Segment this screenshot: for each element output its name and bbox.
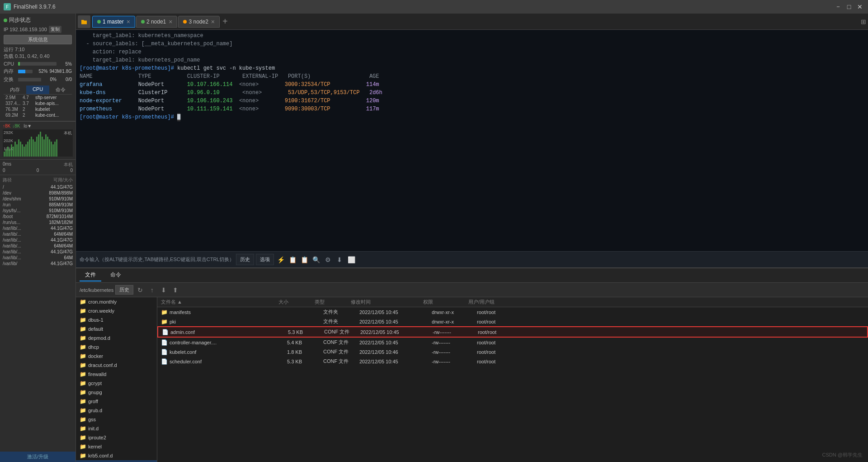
- tab-node2[interactable]: 3 node2 ×: [178, 16, 220, 28]
- dir-item[interactable]: 📁init.d: [76, 424, 157, 433]
- tab-master[interactable]: 1 master ×: [92, 16, 135, 28]
- dir-item[interactable]: 📁dhcp: [76, 343, 157, 352]
- tab-node1[interactable]: 2 node1 ×: [136, 16, 178, 28]
- upload-file-icon[interactable]: ⬆: [170, 285, 180, 295]
- sync-status: 同步状态: [4, 16, 72, 24]
- lightning-icon[interactable]: ⚡: [276, 255, 286, 265]
- col-date: 修改时间: [351, 299, 423, 305]
- dir-item[interactable]: 📁groff: [76, 397, 157, 406]
- folder-icon: 📁: [161, 309, 168, 315]
- file-owner: root/root: [477, 349, 531, 355]
- copy-ip-button[interactable]: 复制: [49, 26, 61, 33]
- upload-icon[interactable]: ↑: [147, 285, 157, 295]
- download-icon[interactable]: ⬇: [335, 255, 344, 265]
- dir-tree: 📁cron.monthly 📁cron.weekly 📁dbus-1 📁defa…: [76, 297, 157, 462]
- clipboard-icon2[interactable]: 📋: [299, 255, 309, 265]
- dir-item[interactable]: 📁gcrypt: [76, 379, 157, 388]
- process-item[interactable]: 69.2M 2 kube-cont...: [4, 112, 72, 118]
- file-name: pki: [170, 319, 287, 324]
- sys-info-button[interactable]: 系统信息: [4, 35, 72, 44]
- tab-mem[interactable]: 内存: [4, 86, 26, 94]
- mem-stat: 内存 52% 943M/1.8G: [4, 68, 72, 75]
- settings-icon[interactable]: ⚙: [323, 255, 333, 265]
- tab-dot-node2: [183, 20, 187, 24]
- maximize-button[interactable]: □: [844, 2, 854, 11]
- dir-item-kubernetes[interactable]: ▶📁kubernetes: [76, 460, 157, 462]
- tab-dot-master: [97, 20, 101, 24]
- dir-item[interactable]: 📁depmod.d: [76, 333, 157, 343]
- dir-name: krb5.conf.d: [88, 453, 113, 458]
- right-area: 1 master × 2 node1 × 3 node2 × + ⊞ targe…: [76, 14, 868, 462]
- file-date: 2022/12/05 10:45: [359, 340, 432, 345]
- file-date: 2022/12/05 10:45: [359, 310, 432, 315]
- clipboard-icon1[interactable]: 📋: [288, 255, 297, 265]
- file-row-admin-conf[interactable]: 📄 admin.conf 5.3 KB CONF 文件 2022/12/05 1…: [157, 326, 868, 338]
- window-icon[interactable]: ⬜: [346, 255, 356, 265]
- file-row-controller[interactable]: 📄 controller-manager.... 5.4 KB CONF 文件 …: [157, 338, 868, 347]
- cmd-icons: ⚡ 📋 📋 🔍 ⚙ ⬇ ⬜: [276, 255, 356, 265]
- dir-item[interactable]: 📁dracut.conf.d: [76, 361, 157, 370]
- process-item[interactable]: 76.3M 2 kubelet: [4, 106, 72, 112]
- dir-name: gss: [88, 417, 96, 422]
- dir-item[interactable]: 📁gss: [76, 415, 157, 424]
- tabs-bar: 1 master × 2 node1 × 3 node2 × + ⊞: [76, 14, 868, 30]
- process-item[interactable]: 337.4... 3.7 kube-apis...: [4, 100, 72, 106]
- disk-item: /var/lib/...44.1G/47G: [3, 249, 73, 255]
- dir-item[interactable]: 📁cron.monthly: [76, 297, 157, 306]
- tab-close-node1[interactable]: ×: [169, 18, 172, 25]
- file-row-scheduler[interactable]: 📄 scheduler.conf 5.3 KB CONF 文件 2022/12/…: [157, 357, 868, 366]
- dir-item[interactable]: 📁firewalld: [76, 370, 157, 379]
- runtime: 运行 7:10: [4, 46, 72, 53]
- tab-close-master[interactable]: ×: [127, 18, 130, 25]
- proc-cpu: 2: [23, 107, 35, 112]
- dir-item[interactable]: 📁krb5.conf.d: [76, 451, 157, 460]
- tab-cpu[interactable]: CPU: [26, 86, 49, 94]
- conf-icon: 📄: [161, 349, 168, 355]
- file-row-manifests[interactable]: 📁 manifests 文件夹 2022/12/05 10:45 drwxr-x…: [157, 307, 868, 317]
- disk-path-header: 路径: [3, 177, 12, 183]
- dir-item[interactable]: 📁cron.weekly: [76, 306, 157, 315]
- upgrade-button[interactable]: 激活/升级: [0, 452, 75, 462]
- ping-label: 0ms: [3, 162, 11, 168]
- file-history-button[interactable]: 历史: [115, 285, 133, 295]
- grid-view-button[interactable]: ⊞: [861, 18, 866, 25]
- add-tab-button[interactable]: +: [221, 16, 230, 27]
- dir-item[interactable]: 📁docker: [76, 352, 157, 361]
- folder-button[interactable]: [78, 15, 90, 28]
- file-perm: -rw-------: [432, 340, 477, 345]
- download-file-icon[interactable]: ⬇: [159, 285, 169, 295]
- tab-close-node2[interactable]: ×: [211, 18, 215, 25]
- dir-item[interactable]: 📁grub.d: [76, 406, 157, 415]
- mem-bar-bg: [18, 70, 33, 73]
- file-panel-content: 📁cron.monthly 📁cron.weekly 📁dbus-1 📁defa…: [76, 297, 868, 462]
- close-button[interactable]: ✕: [855, 2, 864, 11]
- ip-row: IP 192.168.159.100 复制: [4, 26, 72, 33]
- dir-item[interactable]: 📁gnupg: [76, 388, 157, 397]
- proc-mem: 69.2M: [5, 113, 23, 118]
- file-perm: -rw-------: [432, 349, 477, 355]
- terminal-line: prometheus NodePort 10.111.159.141 <none…: [80, 105, 864, 113]
- select-button[interactable]: 选项: [256, 254, 274, 265]
- refresh-icon[interactable]: ↻: [135, 285, 145, 295]
- dir-item[interactable]: 📁iproute2: [76, 433, 157, 442]
- search-icon[interactable]: 🔍: [311, 255, 321, 265]
- disk-item: /var/lib/...44.1G/47G: [3, 237, 73, 243]
- file-tab-files[interactable]: 文件: [80, 269, 101, 281]
- process-item[interactable]: 2.9M 4.7 sftp-server: [4, 95, 72, 100]
- tab-cmd[interactable]: 命令: [49, 86, 72, 94]
- file-row-pki[interactable]: 📁 pki 文件夹 2022/12/05 10:45 drwxr-xr-x ro…: [157, 317, 868, 326]
- file-row-kubelet[interactable]: 📄 kubelet.conf 1.8 KB CONF 文件 2022/12/05…: [157, 347, 868, 357]
- net-down: ↓8K: [12, 124, 20, 129]
- proc-name: kube-cont...: [35, 113, 70, 118]
- dir-item[interactable]: 📁dbus-1: [76, 315, 157, 324]
- disk-item: /run885M/910M: [3, 202, 73, 208]
- dir-item[interactable]: 📁default: [76, 324, 157, 333]
- file-type: CONF 文件: [324, 329, 360, 335]
- file-name: manifests: [170, 310, 287, 315]
- minimize-button[interactable]: －: [834, 2, 843, 11]
- history-button[interactable]: 历史: [236, 254, 254, 265]
- mem-detail: 943M/1.8G: [50, 69, 72, 74]
- terminal[interactable]: target_label: kubernetes_namespace - sou…: [76, 30, 868, 251]
- dir-item[interactable]: 📁kernel: [76, 442, 157, 451]
- file-tab-cmd[interactable]: 命令: [105, 269, 127, 281]
